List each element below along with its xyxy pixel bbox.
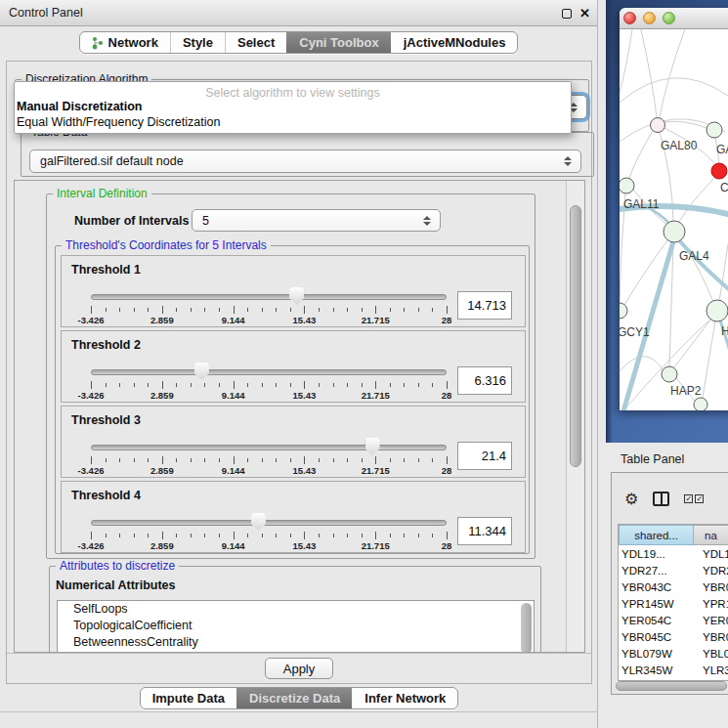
tab-discretize-data[interactable]: Discretize Data bbox=[236, 688, 352, 708]
slider-thumb[interactable] bbox=[194, 363, 209, 380]
thresholds-group: Threshold's Coordinates for 5 Intervals … bbox=[55, 245, 530, 554]
checkbox-icon[interactable]: ✓ bbox=[684, 494, 693, 503]
slider-ticks bbox=[91, 306, 447, 315]
cell-name: YPR1 bbox=[694, 598, 728, 610]
threshold-slider-1[interactable]: -3.4262.8599.14415.4321.71528 bbox=[91, 285, 447, 326]
close-icon[interactable]: ✕ bbox=[579, 9, 590, 19]
attributes-group: Attributes to discretize Numerical Attri… bbox=[49, 566, 541, 653]
network-canvas[interactable]: GAL80GACGAL11GAL4GCY1HHAP2 bbox=[620, 29, 728, 410]
horizontal-scrollbar[interactable] bbox=[616, 681, 727, 691]
cell-name: YLR3 bbox=[694, 664, 728, 676]
cell-name: YDR2 bbox=[694, 565, 728, 577]
tab-network[interactable]: Network bbox=[80, 32, 170, 53]
combo-arrows-icon bbox=[564, 156, 572, 166]
svg-text:HAP2: HAP2 bbox=[670, 384, 702, 398]
top-tab-bar: NetworkStyleSelectCyni ToolboxjActiveMNo… bbox=[79, 31, 519, 54]
float-window-icon[interactable] bbox=[562, 9, 572, 19]
table-row[interactable]: YER054CYER0 bbox=[619, 612, 728, 628]
cell-name: YBR0 bbox=[694, 631, 728, 643]
svg-text:GCY1: GCY1 bbox=[620, 325, 650, 339]
column-header-name[interactable]: na bbox=[694, 525, 728, 545]
threshold-slider-2[interactable]: -3.4262.8599.14415.4321.71528 bbox=[91, 361, 447, 402]
cell-name: YDL1 bbox=[694, 548, 728, 560]
table-row[interactable]: YBR043CYBR0 bbox=[619, 578, 728, 595]
cell-shared-name: YBL079W bbox=[619, 648, 694, 660]
threshold-panel-1: Threshold 1-3.4262.8599.14415.4321.71528… bbox=[61, 255, 526, 327]
tab-jactivemnodules[interactable]: jActiveMNodules bbox=[391, 32, 518, 53]
slider-track bbox=[91, 445, 447, 450]
close-traffic-light-icon[interactable] bbox=[623, 12, 636, 24]
table-row[interactable]: YLR345WYLR3 bbox=[619, 662, 728, 678]
settings-scroll-pane: Interval Definition Number of Intervals … bbox=[14, 180, 585, 653]
slider-ticks bbox=[91, 381, 447, 390]
threshold-panel-3: Threshold 3-3.4262.8599.14415.4321.71528… bbox=[61, 406, 526, 478]
table-header: shared... na bbox=[619, 525, 728, 545]
tab-jactivemnodules-label: jActiveMNodules bbox=[404, 35, 506, 50]
threshold-value-field[interactable]: 14.713 bbox=[457, 291, 512, 320]
slider-thumb[interactable] bbox=[365, 438, 380, 455]
slider-tick-labels: -3.4262.8599.14415.4321.71528 bbox=[91, 465, 447, 477]
threshold-slider-3[interactable]: -3.4262.8599.14415.4321.71528 bbox=[91, 436, 447, 477]
table-row[interactable]: YBR045CYBR0 bbox=[619, 628, 728, 645]
bottom-tab-bar: Impute DataDiscretize DataInfer Network bbox=[140, 687, 459, 709]
attribute-item-betweennesscentrality[interactable]: BetweennessCentrality bbox=[58, 634, 534, 651]
tab-style[interactable]: Style bbox=[170, 32, 225, 53]
cell-shared-name: YDL19... bbox=[619, 548, 694, 560]
slider-tick-labels: -3.4262.8599.14415.4321.71528 bbox=[91, 540, 447, 552]
interval-definition-group: Interval Definition Number of Intervals … bbox=[46, 193, 535, 559]
cell-shared-name: YBR045C bbox=[619, 631, 694, 643]
threshold-slider-4[interactable]: -3.4262.8599.14415.4321.71528 bbox=[91, 511, 447, 552]
tab-impute-data[interactable]: Impute Data bbox=[141, 688, 236, 708]
vertical-scrollbar[interactable] bbox=[566, 181, 584, 652]
threshold-value-field[interactable]: 6.316 bbox=[457, 366, 512, 395]
tab-select-label: Select bbox=[237, 35, 275, 50]
threshold-label: Threshold 3 bbox=[71, 413, 141, 427]
cell-shared-name: YBR043C bbox=[619, 581, 694, 593]
table-row[interactable]: YDR27...YDR2 bbox=[619, 562, 728, 578]
numerical-attributes-list[interactable]: SelfLoopsTopologicalCoefficientBetweenne… bbox=[57, 600, 535, 653]
tab-impute-data-label: Impute Data bbox=[152, 691, 225, 706]
select-all-icons[interactable]: ✓ ✓ bbox=[684, 494, 704, 503]
table-row[interactable]: YPR145WYPR1 bbox=[619, 595, 728, 612]
vertical-scrollbar-thumb[interactable] bbox=[570, 205, 581, 467]
slider-thumb[interactable] bbox=[289, 287, 304, 305]
columns-icon[interactable] bbox=[653, 492, 669, 506]
minimize-traffic-light-icon[interactable] bbox=[643, 12, 656, 24]
node-table: shared... na YDL19...YDL1YDR27...YDR2YBR… bbox=[618, 524, 728, 681]
threshold-value-field[interactable]: 11.344 bbox=[457, 517, 512, 545]
network-icon bbox=[92, 36, 104, 50]
cell-shared-name: YDR27... bbox=[619, 565, 694, 577]
tab-discretize-data-label: Discretize Data bbox=[249, 691, 340, 706]
cell-name: YER0 bbox=[694, 615, 728, 626]
tab-select[interactable]: Select bbox=[225, 32, 286, 53]
table-data-combo[interactable]: galFiltered.sif default node bbox=[29, 150, 581, 173]
gear-icon[interactable]: ⚙ bbox=[624, 490, 638, 508]
algorithm-prompt-item[interactable]: Select algorithm to view settings bbox=[15, 82, 571, 99]
combo-arrows-icon bbox=[423, 216, 431, 226]
threshold-value-field[interactable]: 21.4 bbox=[457, 442, 512, 470]
slider-track bbox=[91, 520, 447, 526]
tab-style-label: Style bbox=[183, 35, 213, 50]
attributes-scrollbar[interactable] bbox=[521, 603, 532, 653]
algorithm-option-equal-width-frequency-discretization[interactable]: Equal Width/Frequency Discretization bbox=[15, 114, 571, 130]
number-of-intervals-combo[interactable]: 5 bbox=[192, 209, 441, 232]
table-row[interactable]: YBL079WYBL0 bbox=[619, 645, 728, 662]
window-title: Control Panel bbox=[0, 6, 83, 20]
tab-cyni-toolbox[interactable]: Cyni Toolbox bbox=[286, 32, 390, 53]
slider-thumb[interactable] bbox=[251, 513, 266, 531]
algorithm-option-manual-discretization[interactable]: Manual Discretization bbox=[15, 99, 571, 114]
slider-ticks bbox=[91, 532, 447, 540]
attribute-item-topologicalcoefficient[interactable]: TopologicalCoefficient bbox=[58, 618, 534, 634]
number-of-intervals-row: Number of Intervals 5 bbox=[47, 208, 535, 236]
threshold-label: Threshold 4 bbox=[71, 489, 141, 502]
svg-text:GAL11: GAL11 bbox=[623, 197, 660, 211]
table-row[interactable]: YDL19...YDL1 bbox=[619, 545, 728, 562]
zoom-traffic-light-icon[interactable] bbox=[663, 12, 675, 24]
tab-infer-network[interactable]: Infer Network bbox=[352, 688, 457, 708]
cell-shared-name: YER054C bbox=[619, 615, 694, 626]
apply-button[interactable]: Apply bbox=[265, 658, 333, 679]
table-panel-inner: ⚙ ✓ ✓ shared... na YDL19...YDL1YDR27...Y… bbox=[611, 472, 728, 695]
checkbox-icon[interactable]: ✓ bbox=[695, 494, 704, 503]
column-header-shared-name[interactable]: shared... bbox=[619, 525, 694, 545]
attribute-item-selfloops[interactable]: SelfLoops bbox=[58, 601, 534, 618]
